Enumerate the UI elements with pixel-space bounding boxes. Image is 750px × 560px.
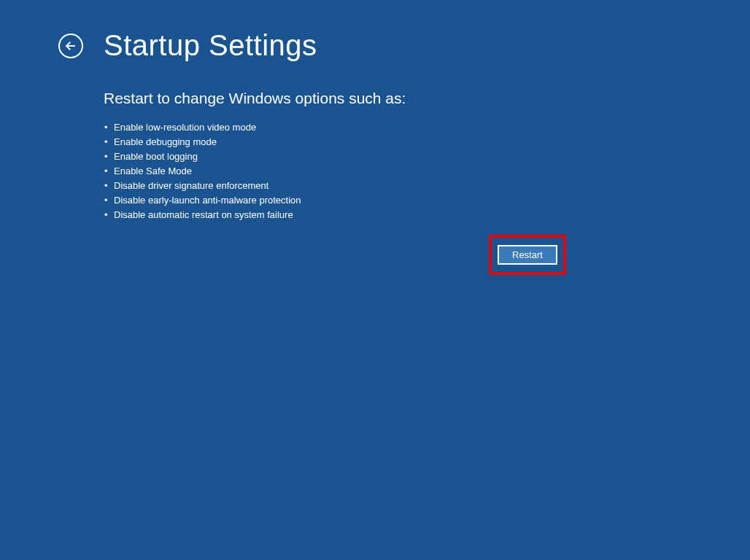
list-item: Disable early-launch anti-malware protec… <box>114 193 750 208</box>
highlight-annotation: Restart <box>489 235 566 275</box>
list-item: Enable debugging mode <box>114 135 750 149</box>
back-button[interactable] <box>58 34 83 58</box>
action-row: Restart <box>489 235 566 275</box>
restart-button[interactable]: Restart <box>498 245 557 265</box>
list-item: Disable automatic restart on system fail… <box>114 208 750 222</box>
list-item: Disable driver signature enforcement <box>114 179 750 193</box>
main-content: Restart to change Windows options such a… <box>0 62 750 222</box>
startup-options-list: Enable low-resolution video mode Enable … <box>104 120 750 222</box>
subtitle-text: Restart to change Windows options such a… <box>104 90 750 107</box>
page-title: Startup Settings <box>104 29 317 62</box>
list-item: Enable low-resolution video mode <box>114 120 750 135</box>
list-item: Enable boot logging <box>114 149 750 164</box>
list-item: Enable Safe Mode <box>114 164 750 179</box>
back-arrow-icon <box>64 39 77 52</box>
header: Startup Settings <box>0 0 750 62</box>
